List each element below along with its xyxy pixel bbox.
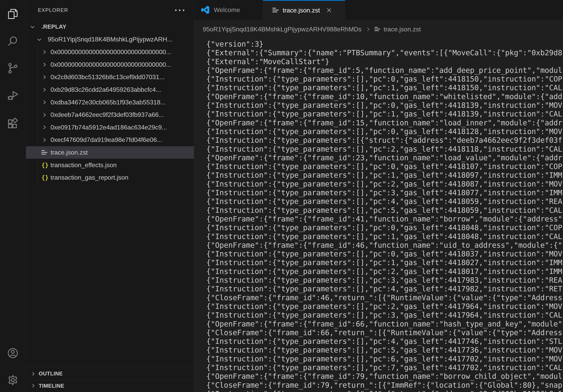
code-line: {"OpenFrame":{"frame":{"frame_id":15,"fu… bbox=[206, 119, 563, 127]
panel-label: OUTLINE bbox=[39, 371, 63, 377]
tab-welcome[interactable]: Welcome bbox=[194, 0, 263, 20]
tree-item-label: 0xe0917b74a5912e4ad186ac634e29c9... bbox=[51, 124, 167, 131]
tab-label: trace.json.zst bbox=[283, 7, 320, 14]
tree-item[interactable]: 0xb29d83c26cdd2a64959263abbcfc4... bbox=[26, 83, 194, 96]
panel-label: TIMELINE bbox=[39, 383, 64, 389]
tree-item[interactable]: 0x0000000000000000000000000000000... bbox=[26, 58, 194, 71]
chevron-right-icon bbox=[365, 26, 371, 32]
breadcrumb-file[interactable]: trace.json.zst bbox=[384, 26, 421, 33]
vscode-logo-icon bbox=[200, 5, 210, 15]
chevron-down-icon bbox=[30, 24, 39, 30]
close-icon[interactable] bbox=[326, 7, 332, 13]
chevron-right-icon bbox=[41, 112, 51, 118]
code-line: {"OpenFrame":{"frame":{"frame_id":23,"fu… bbox=[206, 154, 563, 162]
tree-item-label: 0xdba34672e30cb065b1f93e3ab55318... bbox=[51, 99, 166, 106]
chevron-right-icon bbox=[41, 99, 51, 105]
sidebar-panel-header[interactable]: OUTLINE bbox=[26, 366, 194, 381]
code-line: {"OpenFrame":{"frame":{"frame_id":10,"fu… bbox=[206, 92, 563, 101]
activity-bar bbox=[0, 0, 26, 392]
tree-item-label: 0x0000000000000000000000000000000... bbox=[51, 61, 171, 68]
chevron-right-icon bbox=[41, 62, 51, 67]
sidebar-title: EXPLORER bbox=[38, 7, 68, 13]
code-line: {"CloseFrame":{"frame_id":66,"return_":[… bbox=[206, 328, 563, 337]
chevron-right-icon bbox=[41, 74, 51, 80]
code-line: {"CloseFrame":{"frame_id":46,"return_":[… bbox=[206, 293, 563, 302]
code-line: {"Instruction":{"type_parameters":[],"pc… bbox=[206, 162, 563, 171]
json-file-icon bbox=[41, 174, 51, 181]
code-line: {"External":"MoveCallStart"} bbox=[206, 57, 563, 66]
tree-folder-label: 95oR1YipjSnqd18K4BMshkLgPijypwzARH... bbox=[48, 36, 172, 43]
code-line: {"version":3} bbox=[206, 40, 563, 49]
code-line: {"Instruction":{"type_parameters":[],"pc… bbox=[206, 267, 563, 276]
code-line: {"OpenFrame":{"frame":{"frame_id":79,"fu… bbox=[206, 372, 563, 381]
settings-gear-icon[interactable] bbox=[7, 374, 19, 386]
explorer-sidebar: EXPLORER .REPLAY 95oR1YipjSnqd18K4BMshkL… bbox=[26, 0, 194, 392]
breadcrumb-folder[interactable]: 95oR1YipjSnqd18K4BMshkLgPijypwzARHV988eR… bbox=[203, 26, 362, 33]
code-line: {"Instruction":{"type_parameters":[],"pc… bbox=[206, 355, 563, 363]
code-line: {"Instruction":{"type_parameters":[],"pc… bbox=[206, 258, 563, 267]
tree-item[interactable]: 0x2c8d603bc51326b8c13cef9dd07031... bbox=[26, 71, 194, 83]
code-line: {"Instruction":{"type_parameters":[],"pc… bbox=[206, 75, 563, 83]
code-line: {"Instruction":{"type_parameters":[],"pc… bbox=[206, 250, 563, 258]
code-line: {"External":{"Summary":{"name":"PTBSumma… bbox=[206, 49, 563, 57]
tree-item[interactable]: 0xdeeb7a4662eec9f2f3def03fb937a66... bbox=[26, 109, 194, 121]
tree-item-label: 0xb29d83c26cdd2a64959263abbcfc4... bbox=[51, 86, 161, 93]
zst-file-icon bbox=[41, 149, 51, 156]
code-line: {"Instruction":{"type_parameters":[],"pc… bbox=[206, 197, 563, 206]
sidebar-panel-header[interactable]: TIMELINE bbox=[26, 381, 194, 392]
tree-folder-digest[interactable]: 95oR1YipjSnqd18K4BMshkLgPijypwzARH... bbox=[26, 33, 194, 46]
tree-item[interactable]: 0xecf47609d7da919ea98e7fd04f6e06... bbox=[26, 134, 194, 146]
tree-item-label: trace.json.zst bbox=[51, 149, 88, 156]
chevron-right-icon bbox=[30, 383, 36, 389]
code-line: {"Instruction":{"type_parameters":[{"str… bbox=[206, 136, 563, 145]
extensions-icon[interactable] bbox=[7, 118, 19, 130]
tree-item[interactable]: 0xdba34672e30cb065b1f93e3ab55318... bbox=[26, 96, 194, 109]
tree-item[interactable]: 0x0000000000000000000000000000000... bbox=[26, 46, 194, 58]
code-line: {"Instruction":{"type_parameters":[],"pc… bbox=[206, 363, 563, 372]
tree-item[interactable]: transaction_gas_report.json bbox=[26, 171, 194, 184]
json-file-icon bbox=[41, 162, 51, 169]
search-icon[interactable] bbox=[7, 35, 19, 47]
code-line: {"Instruction":{"type_parameters":[],"pc… bbox=[206, 223, 563, 232]
tree-item[interactable]: transaction_effects.json bbox=[26, 159, 194, 171]
code-line: {"Instruction":{"type_parameters":[],"pc… bbox=[206, 110, 563, 118]
explorer-icon[interactable] bbox=[7, 8, 19, 20]
run-and-debug-icon[interactable] bbox=[7, 90, 19, 102]
breadcrumb: 95oR1YipjSnqd18K4BMshkLgPijypwzARHV988eR… bbox=[194, 20, 563, 39]
chevron-right-icon bbox=[41, 124, 51, 130]
section-header-replay[interactable]: .REPLAY bbox=[26, 21, 194, 33]
tab-trace-json-zst[interactable]: trace.json.zst bbox=[263, 0, 345, 20]
code-line: {"Instruction":{"type_parameters":[],"pc… bbox=[206, 285, 563, 293]
vscode-window: EXPLORER .REPLAY 95oR1YipjSnqd18K4BMshkL… bbox=[0, 0, 563, 392]
editor-content[interactable]: {"version":3} {"External":{"Summary":{"n… bbox=[206, 40, 563, 392]
code-line: {"CloseFrame":{"frame_id":79,"return_":[… bbox=[206, 381, 563, 390]
tree-item-label: transaction_effects.json bbox=[51, 161, 117, 169]
tree-item[interactable]: 0xe0917b74a5912e4ad186ac634e29c9... bbox=[26, 121, 194, 134]
section-label: .REPLAY bbox=[41, 24, 66, 30]
code-line: {"Instruction":{"type_parameters":["u64"… bbox=[206, 390, 563, 392]
code-line: {"Instruction":{"type_parameters":[],"pc… bbox=[206, 311, 563, 320]
account-icon[interactable] bbox=[7, 347, 19, 359]
chevron-down-icon bbox=[36, 37, 45, 42]
code-line: {"OpenFrame":{"frame":{"frame_id":66,"fu… bbox=[206, 320, 563, 328]
file-tree: 0x0000000000000000000000000000000... 0x0… bbox=[26, 46, 194, 184]
chevron-right-icon bbox=[41, 137, 51, 143]
code-line: {"Instruction":{"type_parameters":[],"pc… bbox=[206, 101, 563, 110]
sidebar-panels: OUTLINE TIMELINE bbox=[26, 366, 194, 392]
code-line: {"Instruction":{"type_parameters":[],"pc… bbox=[206, 127, 563, 136]
code-line: {"Instruction":{"type_parameters":[],"pc… bbox=[206, 171, 563, 180]
code-line: {"Instruction":{"type_parameters":[],"pc… bbox=[206, 188, 563, 197]
code-line: {"Instruction":{"type_parameters":[],"pc… bbox=[206, 276, 563, 285]
tree-item-label: 0xecf47609d7da919ea98e7fd04f6e06... bbox=[51, 136, 162, 144]
source-control-icon[interactable] bbox=[7, 62, 19, 74]
code-line: {"Instruction":{"type_parameters":[],"pc… bbox=[206, 302, 563, 311]
chevron-right-icon bbox=[41, 49, 51, 55]
code-line: {"OpenFrame":{"frame":{"frame_id":5,"fun… bbox=[206, 66, 563, 75]
tree-item-label: 0xdeeb7a4662eec9f2f3def03fb937a66... bbox=[51, 111, 164, 118]
tree-item[interactable]: trace.json.zst bbox=[26, 146, 194, 159]
tree-item-label: 0x0000000000000000000000000000000... bbox=[51, 48, 171, 56]
tab-bar: Welcome trace.json.zst bbox=[194, 0, 563, 20]
tab-label: Welcome bbox=[214, 6, 240, 14]
more-actions-icon[interactable] bbox=[174, 7, 186, 14]
code-line: {"Instruction":{"type_parameters":[],"pc… bbox=[206, 206, 563, 215]
